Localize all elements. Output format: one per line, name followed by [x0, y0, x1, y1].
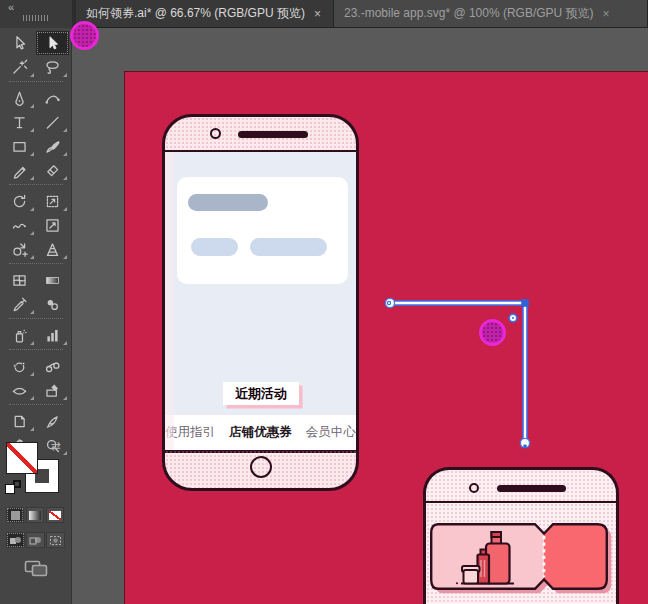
rotate-tool[interactable]	[3, 189, 36, 213]
type-tool[interactable]	[3, 110, 36, 134]
coupon-ticket-graphic	[430, 523, 616, 601]
speaker-bar	[238, 131, 308, 138]
reshape-tool[interactable]	[3, 354, 36, 378]
draw-normal-button[interactable]	[6, 532, 25, 548]
bottom-endpoint-anchor	[523, 445, 526, 448]
tab-document-2[interactable]: 23.-mobile app.svg* @ 100% (RGB/GPU 预览) …	[334, 0, 648, 27]
eyedropper-tool[interactable]	[3, 292, 36, 316]
gradient-tool[interactable]	[36, 268, 69, 292]
pen-tool[interactable]	[3, 86, 36, 110]
lasso-tool[interactable]	[36, 55, 69, 79]
none-button[interactable]	[46, 507, 64, 523]
selected-path-overlay[interactable]	[383, 296, 535, 454]
pencil-tool[interactable]	[3, 158, 36, 182]
mesh-tool[interactable]	[3, 268, 36, 292]
panel-grip-handle[interactable]	[23, 15, 49, 21]
warp-tool[interactable]	[3, 213, 36, 237]
symbol-sprayer-icon	[11, 327, 28, 344]
magic-wand-tool[interactable]	[3, 55, 36, 79]
rectangle-tool[interactable]	[3, 134, 36, 158]
scale-tool[interactable]	[36, 189, 69, 213]
camera-icon	[210, 128, 221, 139]
knife-tool[interactable]	[36, 409, 69, 433]
path-stroke	[390, 303, 525, 443]
path-selection-outline	[390, 303, 525, 443]
mesh-icon	[11, 272, 28, 289]
phone1-bottom-bezel	[165, 450, 356, 488]
gradient-chip	[29, 511, 41, 520]
tools-panel: ⇄	[0, 28, 72, 604]
home-button[interactable]	[250, 456, 272, 478]
wireframe-card	[177, 177, 348, 284]
ticket-right-panel	[544, 524, 607, 589]
tab-document-1[interactable]: 如何领券.ai* @ 66.67% (RGB/GPU 预览) ×	[76, 0, 334, 27]
selection-icon	[11, 35, 28, 52]
draw-inside-button[interactable]	[46, 532, 65, 548]
blend-tool[interactable]	[36, 354, 69, 378]
nav-item-member-center[interactable]: 会员中心	[306, 424, 356, 441]
draw-behind-button[interactable]	[26, 532, 45, 548]
selection-tool[interactable]	[3, 31, 36, 55]
eraser-tool[interactable]	[36, 158, 69, 182]
bottle-cap	[492, 532, 502, 537]
curvature-tool[interactable]	[36, 86, 69, 110]
type-icon	[11, 114, 28, 131]
camera-icon	[469, 483, 479, 493]
live-paint-bucket-tool[interactable]	[36, 292, 69, 316]
draw-behind-icon	[29, 535, 42, 546]
column-graph-tool[interactable]	[36, 323, 69, 347]
artboard-tool[interactable]	[3, 409, 36, 433]
close-icon[interactable]: ×	[314, 7, 321, 21]
none-chip	[49, 511, 61, 520]
phone2-screen	[426, 503, 616, 604]
placeholder-bar-medium	[250, 238, 327, 256]
speaker-bar	[497, 485, 566, 492]
close-icon[interactable]: ×	[603, 7, 610, 21]
line-segment-tool[interactable]	[36, 110, 69, 134]
pen-icon	[11, 90, 28, 107]
direct-selection-icon	[44, 35, 61, 52]
coupon-ticket[interactable]	[430, 523, 616, 604]
gradient-button[interactable]	[26, 507, 44, 523]
free-transform-tool[interactable]	[36, 213, 69, 237]
phone1-top-bezel	[165, 117, 356, 150]
phone1-screen: 近期活动 使用指引 店铺优惠券 会员中心	[165, 150, 356, 453]
slice-tool[interactable]	[36, 378, 69, 402]
symbol-sprayer-tool[interactable]	[3, 323, 36, 347]
ground-dot	[456, 582, 458, 584]
nav-item-user-guide[interactable]: 使用指引	[165, 424, 215, 441]
direct-selection-tool[interactable]	[36, 31, 69, 55]
eraser-icon	[44, 162, 61, 179]
color-chip	[11, 511, 20, 520]
paintbrush-tool[interactable]	[36, 134, 69, 158]
live-corner-dot	[512, 317, 514, 319]
phone2-top-bezel	[426, 470, 616, 503]
magic-wand-icon	[11, 59, 28, 76]
pencil-icon	[11, 162, 28, 179]
default-fill-chip	[5, 484, 15, 494]
shape-builder-tool[interactable]	[3, 237, 36, 261]
perspective-grid-tool[interactable]	[36, 237, 69, 261]
corner-anchor-point[interactable]	[521, 299, 529, 307]
eyedropper-icon	[11, 296, 28, 313]
nav-item-store-coupon[interactable]: 店铺优惠券	[229, 424, 292, 441]
fill-swatch[interactable]	[6, 442, 38, 474]
phone-mockup-1[interactable]: 近期活动 使用指引 店铺优惠券 会员中心	[162, 114, 359, 491]
reshape-icon	[11, 358, 28, 375]
scale-icon	[44, 193, 61, 210]
tab-title: 23.-mobile app.svg* @ 100% (RGB/GPU 预览)	[344, 5, 594, 22]
width-tool[interactable]	[3, 378, 36, 402]
phone-mockup-2[interactable]	[423, 467, 619, 604]
drawing-mode-buttons	[6, 532, 65, 548]
free-transform-icon	[44, 217, 61, 234]
illustrator-window: « 如何领券.ai* @ 66.67% (RGB/GPU 预览) × 23.-m…	[0, 0, 648, 604]
jar	[464, 570, 479, 584]
brush-cursor-circle	[479, 319, 506, 346]
color-button[interactable]	[6, 507, 24, 523]
collapse-panel-icon[interactable]: «	[8, 1, 14, 13]
swap-fill-stroke-icon[interactable]: ⇄	[51, 439, 61, 453]
screen-mode-button[interactable]	[24, 560, 49, 581]
column-graph-icon	[44, 327, 61, 344]
brush-cursor-circle	[70, 21, 99, 50]
default-fill-stroke-icon[interactable]	[5, 480, 21, 494]
